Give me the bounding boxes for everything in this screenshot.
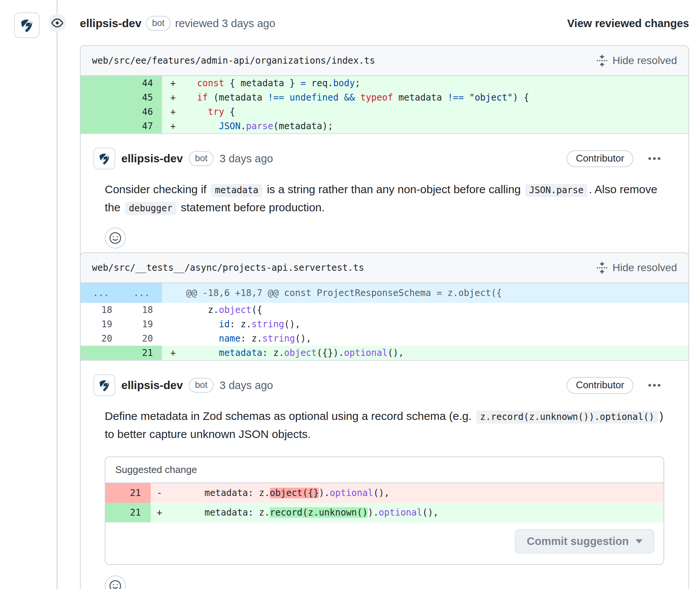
hide-resolved-button[interactable]: Hide resolved [596,262,677,274]
hide-resolved-label: Hide resolved [613,55,677,67]
smiley-icon [109,580,122,589]
reviewer-name-link[interactable]: ellipsis-dev [80,17,141,30]
comment-avatar[interactable] [93,374,115,396]
new-line-number[interactable]: 19 [121,317,162,331]
old-line-number[interactable]: 20 [81,331,121,346]
code-line: metadata: z.object({}).optional(), [172,483,663,503]
old-line-number[interactable] [81,119,121,133]
diff-row-hunk: ......@@ -18,6 +18,7 @@ const ProjectRes… [81,283,688,303]
diff-marker: + [162,119,186,133]
diff-row-context: 1818 z.object({ [81,303,688,317]
code-line: name: z.string(), [186,331,688,346]
diff-row-add: 44+ const { metadata } = req.body; [81,76,688,90]
comment-options-button[interactable] [645,377,664,394]
code-line: z.object({ [186,303,688,317]
review-thread-card-2: web/src/__tests__/async/projects-api.ser… [80,252,689,589]
diff-row-context: 2020 name: z.string(), [81,331,688,346]
file-path-link[interactable]: web/src/ee/features/admin-api/organizati… [92,55,375,66]
review-header: ellipsis-dev bot reviewed 3 days ago Vie… [80,15,689,32]
line-number[interactable]: 21 [105,503,151,522]
review-action-text: reviewed 3 days ago [175,17,275,30]
comment-avatar[interactable] [93,148,115,169]
view-reviewed-changes-link[interactable]: View reviewed changes [567,17,689,30]
comment-options-button[interactable] [645,150,664,167]
diff-marker [162,283,186,303]
diff-row-add: 21+ metadata: z.record(z.unknown()).opti… [105,503,663,522]
file-path-link[interactable]: web/src/__tests__/async/projects-api.ser… [92,262,364,273]
comment-body: Consider checking if metadata is a strin… [105,181,664,217]
new-line-number[interactable]: 45 [121,90,162,105]
code-line: id: z.string(), [186,317,688,331]
comment-author[interactable]: ellipsis-dev [121,379,183,392]
code-line: if (metadata !== undefined && typeof met… [186,90,688,105]
diff-row-del: 21- metadata: z.object({}).optional(), [105,483,663,503]
diff-row-add: 47+ JSON.parse(metadata); [81,119,688,133]
smiley-icon [109,232,122,244]
reviewer-avatar[interactable] [14,12,40,38]
review-event-badge [48,14,66,32]
new-line-number[interactable]: 47 [121,119,162,133]
file-header: web/src/ee/features/admin-api/organizati… [81,46,688,76]
chevron-down-icon [636,539,642,543]
diff-row-add: 46+ try { [81,105,688,119]
bot-badge: bot [146,16,170,31]
timeline-rail [57,0,58,589]
code-line: JSON.parse(metadata); [186,119,688,133]
code-line: try { [186,105,688,119]
new-line-number[interactable]: ... [121,283,162,303]
diff-marker: + [162,346,186,360]
diff-marker: + [162,105,186,119]
kebab-icon [648,152,661,165]
suggestion-diff: 21- metadata: z.object({}).optional(),21… [105,483,663,522]
code-line: metadata: z.record(z.unknown()).optional… [172,503,663,522]
diff-marker [162,331,186,346]
comment-text: is a string rather than any non-object b… [264,183,524,195]
commit-suggestion-label: Commit suggestion [527,535,629,548]
code-line: metadata: z.object({}).optional(), [186,346,688,360]
old-line-number[interactable]: 19 [81,317,121,331]
suggested-change-title: Suggested change [105,457,663,483]
add-reaction-button[interactable] [105,227,126,249]
suggestion-footer: Commit suggestion [105,522,663,564]
suggested-change-block: Suggested change 21- metadata: z.object(… [105,456,664,565]
kebab-icon [648,378,661,392]
diff-row-context: 1919 id: z.string(), [81,317,688,331]
diff-marker: + [162,90,186,105]
commit-suggestion-button[interactable]: Commit suggestion [515,529,654,554]
inline-code: debugger [125,202,176,215]
review-comment: ellipsis-dev bot 3 days ago Contributor … [81,133,688,264]
old-line-number[interactable] [81,76,121,90]
old-line-number[interactable]: 18 [81,303,121,317]
new-line-number[interactable]: 21 [121,346,162,360]
new-line-number[interactable]: 20 [121,331,162,346]
contributor-badge: Contributor [567,377,633,394]
inline-code: z.record(z.unknown()).optional() [476,410,658,424]
new-line-number[interactable]: 44 [121,76,162,90]
code-line: @@ -18,6 +18,7 @@ const ProjectResponseS… [186,283,688,303]
comment-author[interactable]: ellipsis-dev [121,152,183,165]
comment-text: statement before production. [178,201,325,214]
old-line-number[interactable] [81,105,121,119]
inline-code: JSON.parse [525,184,587,197]
diff-marker [162,317,186,331]
old-line-number[interactable] [81,90,121,105]
diff-row-add: 21+ metadata: z.object({}).optional(), [81,346,688,360]
comment-text: Define metadata in Zod schemas as option… [105,410,475,422]
diff-marker: - [151,483,172,503]
line-number[interactable]: 21 [105,483,151,503]
comment-header: ellipsis-dev bot 3 days ago Contributor [93,374,664,396]
new-line-number[interactable]: 46 [121,105,162,119]
hide-resolved-button[interactable]: Hide resolved [596,55,677,67]
add-reaction-button[interactable] [105,575,126,589]
comment-timestamp[interactable]: 3 days ago [220,379,273,392]
new-line-number[interactable]: 18 [121,303,162,317]
review-thread-card-1: web/src/ee/features/admin-api/organizati… [80,45,689,265]
old-line-number[interactable]: ... [81,283,121,303]
comment-timestamp[interactable]: 3 days ago [220,153,273,165]
comment-header: ellipsis-dev bot 3 days ago Contributor [93,148,664,169]
old-line-number[interactable] [81,346,121,360]
fold-icon [596,55,608,67]
contributor-badge: Contributor [567,150,633,167]
comment-body: Define metadata in Zod schemas as option… [105,407,664,443]
diff-row-add: 45+ if (metadata !== undefined && typeof… [81,90,688,105]
